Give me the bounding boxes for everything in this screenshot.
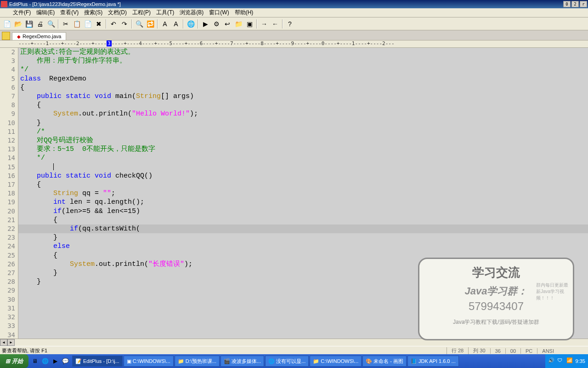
line-number: 33 [0, 322, 15, 330]
code-line[interactable]: class RegexDemo [18, 75, 588, 83]
code-line[interactable]: 要求：5~15 0不能开头，只能是数字 [18, 145, 588, 154]
font-italic-icon[interactable]: A [171, 19, 181, 29]
close-button[interactable]: r [580, 1, 587, 7]
new-icon[interactable]: 📄 [2, 19, 12, 29]
ql-media-icon[interactable]: ▶ [51, 356, 60, 366]
ql-browser-icon[interactable]: 🌐 [40, 356, 50, 366]
code-line[interactable]: { [18, 83, 588, 92]
line-number: 7 [0, 92, 15, 101]
menu-编辑E[interactable]: 编辑(E) [34, 8, 57, 17]
indent-icon[interactable]: → [259, 19, 269, 29]
tab-label: RegexDemo.java [23, 34, 61, 39]
code-line[interactable]: if(len>=5 && len<=15) [18, 207, 588, 216]
word-wrap-icon[interactable]: ↩ [222, 19, 232, 29]
save-icon[interactable]: 💾 [24, 19, 34, 29]
tray-network-icon[interactable]: 📶 [566, 357, 574, 365]
code-line[interactable]: */ [18, 154, 588, 162]
code-line[interactable]: { [18, 180, 588, 189]
find-icon[interactable]: 🔍 [134, 19, 144, 29]
code-line[interactable]: } [18, 119, 588, 127]
tray-volume-icon[interactable]: 🔊 [548, 357, 555, 365]
line-number: 21 [0, 216, 15, 224]
outdent-icon[interactable]: ← [270, 19, 280, 29]
print-icon[interactable]: 🖨 [35, 19, 45, 29]
minimize-button[interactable]: 0 [563, 1, 571, 7]
code-line[interactable]: public static void main(String[] args) [18, 92, 588, 101]
code-line[interactable]: { [18, 101, 588, 109]
task-label: C:\WINDOWS\... [133, 358, 170, 364]
ql-chat-icon[interactable]: 💬 [61, 356, 70, 366]
help-icon[interactable]: ? [285, 19, 295, 29]
code-line[interactable]: public static void checkQQ() [18, 172, 588, 180]
menu-文件F[interactable]: 文件(F) [10, 8, 34, 17]
cut-icon[interactable]: ✂ [61, 19, 71, 29]
paste-icon[interactable]: 📄 [83, 19, 93, 29]
menu-搜索S[interactable]: 搜索(S) [81, 8, 105, 17]
code-line[interactable]: } [18, 277, 588, 286]
tray-clock[interactable]: 9:35 [576, 358, 585, 364]
menu-工程P[interactable]: 工程(P) [130, 8, 153, 17]
scroll-right-icon[interactable]: ► [7, 339, 15, 346]
code-line[interactable]: 正则表达式:符合一定规则的表达式。 [18, 48, 588, 57]
taskbar-item[interactable]: 📁D:\预热班课... [175, 356, 220, 367]
menu-浏览器B[interactable]: 浏览器(B) [177, 8, 206, 17]
code-line[interactable]: 对QQ号码进行校验 [18, 136, 588, 145]
code-line[interactable]: } [18, 269, 588, 277]
menu-查看V[interactable]: 查看(V) [57, 8, 81, 17]
open-icon[interactable]: 📂 [13, 19, 23, 29]
code-line[interactable]: { [18, 251, 588, 260]
menu-帮助H[interactable]: 帮助(H) [232, 8, 256, 17]
status-help: 要查看帮助, 请按 F1 [2, 347, 447, 354]
preview-icon[interactable]: 🔍 [46, 19, 56, 29]
taskbar-item[interactable]: 📘JDK API 1.6.0 ... [407, 356, 459, 367]
compile-icon[interactable]: ⚙ [211, 19, 221, 29]
code-line[interactable]: 作用：用于专门操作字符串。 [18, 57, 588, 65]
replace-icon[interactable]: 🔁 [145, 19, 155, 29]
status-col: 列 30 [468, 347, 490, 354]
browser-icon[interactable]: 🌐 [186, 19, 196, 29]
status-encoding: ANSI [537, 348, 559, 354]
code-line[interactable]: else [18, 242, 588, 251]
file-tab[interactable]: ◆ RegexDemo.java [12, 32, 66, 40]
code-line[interactable]: /* [18, 127, 588, 136]
menu-窗口W[interactable]: 窗口(W) [206, 8, 232, 17]
code-line[interactable]: String qq = ""; [18, 189, 588, 198]
menu-文档D[interactable]: 文档(D) [105, 8, 130, 17]
folder-icon[interactable]: 📁 [233, 19, 243, 29]
font-bold-icon[interactable]: A [160, 19, 170, 29]
ql-desktop-icon[interactable]: 🖥 [30, 356, 40, 366]
code-line[interactable]: { [18, 216, 588, 224]
code-line[interactable]: int len = qq.length(); [18, 198, 588, 207]
taskbar-item[interactable]: ▣C:\WINDOWS\... [124, 356, 174, 367]
redo-icon[interactable]: ↷ [119, 19, 130, 29]
code-line[interactable]: */ [18, 65, 588, 74]
editor[interactable]: 2345678910111213141516171819202122232425… [0, 48, 588, 339]
copy-icon[interactable]: 📋 [72, 19, 82, 29]
terminal-icon[interactable]: ▣ [244, 19, 254, 29]
folder-icon[interactable] [2, 32, 10, 40]
taskbar-item[interactable]: 📁C:\WINDOWS\... [310, 356, 362, 367]
undo-icon[interactable]: ↶ [108, 19, 119, 29]
menu-工具T[interactable]: 工具(T) [153, 8, 177, 17]
taskbar-item[interactable]: 🎨未命名 - 画图 [362, 356, 407, 367]
line-number: 10 [0, 119, 15, 127]
scroll-left-icon[interactable]: ◄ [0, 339, 7, 346]
taskbar-item[interactable]: 🎬凌波多媒体... [220, 356, 264, 367]
taskbar-item[interactable]: 📝EditPlus - [D:\j... [72, 356, 123, 367]
tray-shield-icon[interactable]: 🛡 [557, 357, 565, 365]
modified-indicator-icon: ◆ [17, 34, 21, 39]
start-button[interactable]: ⊞ 开始 [0, 354, 28, 368]
status-num1: 36 [490, 348, 505, 354]
run-icon[interactable]: ▶ [200, 19, 210, 29]
horizontal-scrollbar[interactable]: ◄ ► [0, 339, 588, 346]
code-line[interactable] [18, 163, 588, 172]
code-line[interactable]: } [18, 233, 588, 242]
code-line[interactable]: if(qq.startsWith( [18, 224, 588, 233]
code-line[interactable]: System.out.println("长度错误"); [18, 260, 588, 269]
taskbar-item[interactable]: 🌐没有可以显... [265, 356, 309, 367]
code-line[interactable]: System.out.println("Hello World!"); [18, 109, 588, 118]
restore-button[interactable]: 2 [571, 1, 579, 7]
system-tray[interactable]: 🔊 🛡 📶 9:35 [545, 354, 588, 368]
code-area[interactable]: 正则表达式:符合一定规则的表达式。 作用：用于专门操作字符串。*/class R… [18, 48, 588, 339]
delete-icon[interactable]: ✖ [94, 19, 104, 29]
